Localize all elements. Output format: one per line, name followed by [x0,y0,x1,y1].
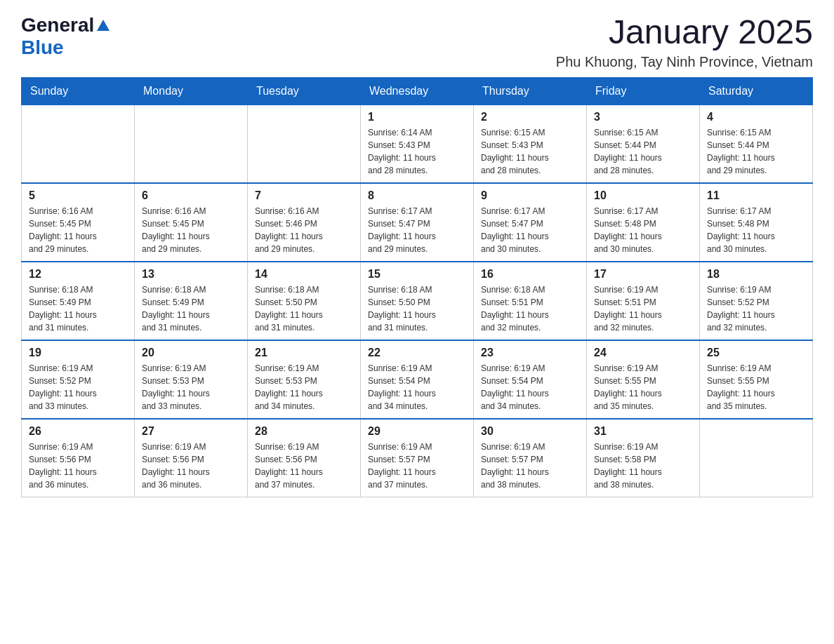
day-info: Sunrise: 6:19 AM Sunset: 5:54 PM Dayligh… [368,362,466,412]
day-number: 9 [481,189,579,202]
day-number: 17 [594,268,692,281]
day-number: 12 [29,268,127,281]
location: Phu Khuong, Tay Ninh Province, Vietnam [556,54,813,70]
day-info: Sunrise: 6:16 AM Sunset: 5:45 PM Dayligh… [142,205,240,255]
calendar-cell: 28Sunrise: 6:19 AM Sunset: 5:56 PM Dayli… [248,419,361,497]
day-number: 11 [707,189,805,202]
day-number: 29 [368,425,466,438]
day-info: Sunrise: 6:17 AM Sunset: 5:48 PM Dayligh… [594,205,692,255]
calendar-week-1: 1Sunrise: 6:14 AM Sunset: 5:43 PM Daylig… [22,105,813,183]
day-number: 27 [142,425,240,438]
calendar-cell: 16Sunrise: 6:18 AM Sunset: 5:51 PM Dayli… [474,262,587,340]
day-info: Sunrise: 6:19 AM Sunset: 5:53 PM Dayligh… [142,362,240,412]
calendar-cell: 7Sunrise: 6:16 AM Sunset: 5:46 PM Daylig… [248,183,361,262]
day-info: Sunrise: 6:19 AM Sunset: 5:51 PM Dayligh… [594,283,692,334]
svg-marker-0 [97,20,110,31]
header-tuesday: Tuesday [248,77,361,105]
calendar-week-3: 12Sunrise: 6:18 AM Sunset: 5:49 PM Dayli… [22,262,813,340]
day-info: Sunrise: 6:19 AM Sunset: 5:55 PM Dayligh… [707,362,805,412]
day-number: 6 [142,189,240,202]
day-info: Sunrise: 6:19 AM Sunset: 5:52 PM Dayligh… [707,283,805,334]
day-number: 15 [368,268,466,281]
calendar-cell: 20Sunrise: 6:19 AM Sunset: 5:53 PM Dayli… [135,340,248,419]
day-info: Sunrise: 6:19 AM Sunset: 5:56 PM Dayligh… [142,441,240,491]
header-friday: Friday [587,77,700,105]
day-number: 20 [142,347,240,359]
day-info: Sunrise: 6:18 AM Sunset: 5:50 PM Dayligh… [368,283,466,334]
page-header: General Blue January 2025 Phu Khuong, Ta… [21,14,813,70]
day-info: Sunrise: 6:15 AM Sunset: 5:44 PM Dayligh… [707,126,805,177]
day-info: Sunrise: 6:19 AM Sunset: 5:54 PM Dayligh… [481,362,579,412]
calendar-week-5: 26Sunrise: 6:19 AM Sunset: 5:56 PM Dayli… [22,419,813,497]
day-info: Sunrise: 6:17 AM Sunset: 5:48 PM Dayligh… [707,205,805,255]
day-info: Sunrise: 6:19 AM Sunset: 5:56 PM Dayligh… [255,441,353,491]
day-number: 4 [707,111,805,123]
calendar-cell: 21Sunrise: 6:19 AM Sunset: 5:53 PM Dayli… [248,340,361,419]
calendar-cell: 29Sunrise: 6:19 AM Sunset: 5:57 PM Dayli… [361,419,474,497]
logo-general-text: General [21,14,94,36]
day-number: 25 [707,347,805,359]
logo: General Blue [21,14,110,59]
day-info: Sunrise: 6:14 AM Sunset: 5:43 PM Dayligh… [368,126,466,177]
header-thursday: Thursday [474,77,587,105]
day-number: 8 [368,189,466,202]
calendar-cell: 3Sunrise: 6:15 AM Sunset: 5:44 PM Daylig… [587,105,700,183]
calendar-cell: 22Sunrise: 6:19 AM Sunset: 5:54 PM Dayli… [361,340,474,419]
day-number: 24 [594,347,692,359]
calendar-cell: 4Sunrise: 6:15 AM Sunset: 5:44 PM Daylig… [700,105,813,183]
calendar-cell: 25Sunrise: 6:19 AM Sunset: 5:55 PM Dayli… [700,340,813,419]
day-number: 2 [481,111,579,123]
day-number: 3 [594,111,692,123]
calendar-cell: 23Sunrise: 6:19 AM Sunset: 5:54 PM Dayli… [474,340,587,419]
day-info: Sunrise: 6:18 AM Sunset: 5:51 PM Dayligh… [481,283,579,334]
day-number: 19 [29,347,127,359]
day-info: Sunrise: 6:19 AM Sunset: 5:55 PM Dayligh… [594,362,692,412]
day-info: Sunrise: 6:15 AM Sunset: 5:43 PM Dayligh… [481,126,579,177]
calendar-cell: 19Sunrise: 6:19 AM Sunset: 5:52 PM Dayli… [22,340,135,419]
calendar-cell: 9Sunrise: 6:17 AM Sunset: 5:47 PM Daylig… [474,183,587,262]
calendar-cell: 30Sunrise: 6:19 AM Sunset: 5:57 PM Dayli… [474,419,587,497]
day-number: 18 [707,268,805,281]
logo-blue-text: Blue [21,36,64,58]
header-wednesday: Wednesday [361,77,474,105]
calendar-cell: 24Sunrise: 6:19 AM Sunset: 5:55 PM Dayli… [587,340,700,419]
day-info: Sunrise: 6:17 AM Sunset: 5:47 PM Dayligh… [368,205,466,255]
header-sunday: Sunday [22,77,135,105]
day-info: Sunrise: 6:19 AM Sunset: 5:53 PM Dayligh… [255,362,353,412]
calendar-cell [700,419,813,497]
logo-triangle-icon [97,20,110,34]
day-info: Sunrise: 6:19 AM Sunset: 5:57 PM Dayligh… [368,441,466,491]
calendar-cell: 27Sunrise: 6:19 AM Sunset: 5:56 PM Dayli… [135,419,248,497]
day-number: 22 [368,347,466,359]
day-number: 28 [255,425,353,438]
calendar-cell: 11Sunrise: 6:17 AM Sunset: 5:48 PM Dayli… [700,183,813,262]
day-info: Sunrise: 6:19 AM Sunset: 5:52 PM Dayligh… [29,362,127,412]
day-number: 30 [481,425,579,438]
month-title: January 2025 [556,14,813,51]
calendar-cell [248,105,361,183]
calendar-cell: 2Sunrise: 6:15 AM Sunset: 5:43 PM Daylig… [474,105,587,183]
calendar-cell: 18Sunrise: 6:19 AM Sunset: 5:52 PM Dayli… [700,262,813,340]
calendar-cell: 17Sunrise: 6:19 AM Sunset: 5:51 PM Dayli… [587,262,700,340]
calendar-cell: 26Sunrise: 6:19 AM Sunset: 5:56 PM Dayli… [22,419,135,497]
day-info: Sunrise: 6:18 AM Sunset: 5:49 PM Dayligh… [142,283,240,334]
calendar-header-row: SundayMondayTuesdayWednesdayThursdayFrid… [22,77,813,105]
calendar-cell: 5Sunrise: 6:16 AM Sunset: 5:45 PM Daylig… [22,183,135,262]
day-number: 26 [29,425,127,438]
calendar-cell: 31Sunrise: 6:19 AM Sunset: 5:58 PM Dayli… [587,419,700,497]
day-info: Sunrise: 6:19 AM Sunset: 5:57 PM Dayligh… [481,441,579,491]
calendar-table: SundayMondayTuesdayWednesdayThursdayFrid… [21,77,813,497]
calendar-cell [22,105,135,183]
day-number: 5 [29,189,127,202]
day-number: 13 [142,268,240,281]
day-number: 7 [255,189,353,202]
calendar-cell: 13Sunrise: 6:18 AM Sunset: 5:49 PM Dayli… [135,262,248,340]
calendar-cell: 8Sunrise: 6:17 AM Sunset: 5:47 PM Daylig… [361,183,474,262]
day-number: 21 [255,347,353,359]
title-section: January 2025 Phu Khuong, Tay Ninh Provin… [556,14,813,70]
calendar-cell: 10Sunrise: 6:17 AM Sunset: 5:48 PM Dayli… [587,183,700,262]
calendar-week-4: 19Sunrise: 6:19 AM Sunset: 5:52 PM Dayli… [22,340,813,419]
calendar-cell: 15Sunrise: 6:18 AM Sunset: 5:50 PM Dayli… [361,262,474,340]
day-info: Sunrise: 6:16 AM Sunset: 5:46 PM Dayligh… [255,205,353,255]
header-saturday: Saturday [700,77,813,105]
